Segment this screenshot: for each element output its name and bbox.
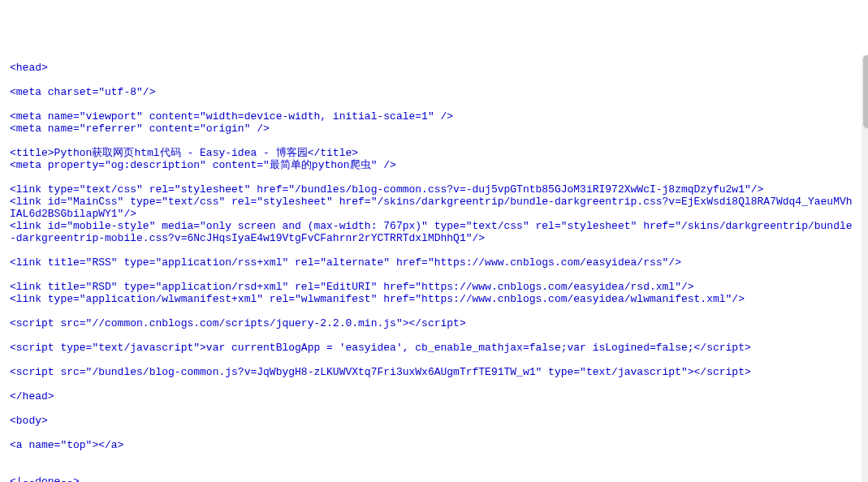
code-line[interactable]: [10, 74, 857, 86]
code-line[interactable]: </head>: [10, 390, 857, 402]
code-line[interactable]: <meta name="viewport" content="width=dev…: [10, 110, 857, 123]
code-line[interactable]: [10, 244, 857, 256]
code-line[interactable]: [10, 402, 857, 415]
code-viewer: <head><meta charset="utf-8"/><meta name=…: [5, 55, 868, 482]
code-line[interactable]: <meta name="referrer" content="origin" /…: [10, 123, 857, 135]
scrollbar-thumb[interactable]: [863, 55, 868, 128]
code-line[interactable]: <script src="//common.cnblogs.com/script…: [10, 317, 857, 329]
code-line[interactable]: <link type="text/css" rel="stylesheet" h…: [10, 183, 857, 196]
code-line[interactable]: [10, 305, 857, 317]
code-content[interactable]: <head><meta charset="utf-8"/><meta name=…: [5, 55, 862, 482]
code-line[interactable]: <link title="RSS" type="application/rss+…: [10, 256, 857, 269]
code-line[interactable]: <a name="top"></a>: [10, 439, 857, 451]
vertical-scrollbar[interactable]: [862, 55, 868, 482]
code-line[interactable]: <head>: [10, 62, 857, 74]
code-line[interactable]: [10, 427, 857, 439]
code-line[interactable]: <link type="application/wlwmanifest+xml"…: [10, 293, 857, 305]
code-line[interactable]: [10, 269, 857, 281]
code-line[interactable]: [10, 463, 857, 476]
code-line[interactable]: <script src="/bundles/blog-common.js?v=J…: [10, 366, 857, 378]
code-line[interactable]: <title>Python获取网页html代码 - Easy-idea - 博客…: [10, 147, 857, 159]
code-line[interactable]: [10, 451, 857, 463]
code-line[interactable]: [10, 378, 857, 390]
code-line[interactable]: <link title="RSD" type="application/rsd+…: [10, 281, 857, 293]
code-line[interactable]: <script type="text/javascript">var curre…: [10, 342, 857, 354]
code-line[interactable]: <link id="MainCss" type="text/css" rel="…: [10, 196, 857, 220]
code-line[interactable]: <!--done-->: [10, 476, 857, 482]
code-line[interactable]: <meta charset="utf-8"/>: [10, 86, 857, 98]
code-line[interactable]: [10, 98, 857, 110]
code-line[interactable]: <body>: [10, 415, 857, 427]
code-line[interactable]: [10, 135, 857, 147]
code-line[interactable]: <link id="mobile-style" media="only scre…: [10, 220, 857, 244]
code-line[interactable]: [10, 354, 857, 366]
code-line[interactable]: [10, 329, 857, 342]
code-line[interactable]: <meta property="og:description" content=…: [10, 159, 857, 171]
code-line[interactable]: [10, 171, 857, 183]
